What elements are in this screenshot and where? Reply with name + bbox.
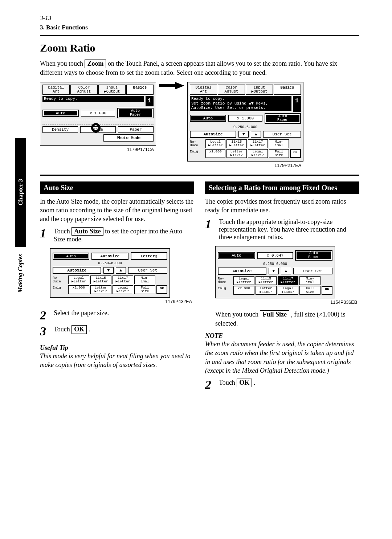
top-figures: Digital Art Color Adjust Input ▶Output B… (40, 82, 359, 173)
touch-panel-basics: Digital Art Color Adjust Input ▶Output B… (40, 82, 156, 146)
auto-paper-pill[interactable]: Auto Paper (117, 108, 154, 118)
auto-paper-pill[interactable]: Auto Paper (265, 113, 301, 124)
autosize-button[interactable]: AutoSize (53, 267, 101, 274)
zoom-display: x 1.000 (228, 115, 262, 122)
user-set-button[interactable]: User Set (128, 267, 167, 274)
reduce-chip[interactable]: Legal ▶Letter (68, 275, 89, 284)
zoom-down-button[interactable]: ▼ (238, 131, 249, 138)
reduce-label: Re- duce (190, 139, 204, 148)
ok-button[interactable]: OK (322, 286, 332, 295)
tab-input-output[interactable]: Input ▶Output (246, 85, 273, 95)
enlarge-chip[interactable]: Full Size (269, 149, 289, 158)
auto-pill[interactable]: Auto (190, 115, 226, 122)
fixed-ratio-text: The copier provides most frequently used… (205, 197, 359, 215)
zoom-range: 0.250–6.000 (53, 261, 167, 265)
intro-paragraph: When you touch Zoom on the Touch Panel, … (40, 59, 359, 77)
zoom-up-button[interactable]: ▲ (251, 131, 261, 138)
enlarge-label: Enlg. (218, 286, 232, 295)
enlarge-chip[interactable]: x2.000 (233, 286, 254, 295)
reduce-chip[interactable]: 11x17 ▶Letter (248, 139, 268, 148)
tab-color-adjust[interactable]: Color Adjust (70, 85, 98, 95)
zoom-button[interactable]: Zoom (80, 126, 116, 133)
arrow-icon (159, 82, 184, 89)
reduce-chip[interactable]: 11x15 ▶Letter (226, 139, 246, 148)
tab-input-output[interactable]: Input ▶Output (98, 85, 126, 95)
user-set-button[interactable]: User Set (293, 268, 332, 274)
figure-caption: 1179P217EA (187, 163, 301, 168)
note-text: When the document feeder is used, the co… (205, 340, 359, 375)
zoom-down-button[interactable]: ▼ (103, 267, 114, 274)
ok-button-ref: OK (72, 325, 87, 334)
figure-caption: 1179P171CA (40, 147, 154, 152)
auto-paper-pill[interactable]: Auto Paper (295, 250, 332, 261)
user-set-button[interactable]: User Set (263, 131, 301, 138)
step-number: 1 (205, 218, 214, 241)
enlarge-chip[interactable]: Legal ▶11x17 (278, 286, 299, 295)
enlarge-chip[interactable]: Legal ▶11x17 (113, 285, 134, 294)
tab-color-adjust[interactable]: Color Adjust (218, 85, 245, 95)
auto-size-button-ref: Auto Size (72, 227, 103, 236)
enlarge-chip[interactable]: x2.000 (68, 285, 89, 294)
tab-digital-art[interactable]: Digital Art (42, 85, 70, 95)
step-body: Touch the appropriate original-to-copy-s… (219, 218, 359, 241)
enlarge-chip[interactable]: Legal ▶11x17 (248, 149, 268, 158)
reduce-label: Re- duce (53, 275, 67, 284)
ok-button[interactable]: OK (290, 149, 301, 158)
enlarge-label: Enlg. (190, 149, 204, 158)
divider-rule (40, 175, 359, 176)
zoom-up-button[interactable]: ▲ (281, 268, 291, 274)
reduce-chip[interactable]: 11x17 ▶Letter (113, 275, 134, 284)
figure-caption: 1154P336EB (215, 300, 357, 305)
fixed-ratio-heading: Selecting a Ratio from among Fixed Ones (205, 181, 359, 194)
density-button[interactable]: Density (42, 126, 78, 133)
tab-digital-art[interactable]: Digital Art (190, 85, 217, 95)
reduce-chip[interactable]: Legal ▶Letter (205, 139, 225, 148)
autosize-panel: Auto AutoSize Letter▯ 0.250–6.000 AutoSi… (50, 248, 170, 298)
svg-marker-0 (159, 82, 184, 89)
enlarge-chip[interactable]: Letter ▶11x17 (256, 286, 277, 295)
autosize-button[interactable]: AutoSize (190, 131, 236, 138)
zoom-display: x 0.647 (257, 252, 293, 259)
photo-mode-button[interactable]: Photo Mode (103, 134, 154, 142)
full-size-button-ref: Full Size (260, 310, 289, 319)
ok-button[interactable]: OK (156, 285, 167, 294)
auto-pill[interactable]: Auto (218, 252, 255, 259)
step-body: Select the paper size. (54, 309, 194, 322)
copy-count: 1 (293, 96, 301, 112)
reduce-chip[interactable]: Legal ▶Letter (233, 276, 254, 285)
auto-size-section: Auto Size In the Auto Size mode, the cop… (40, 181, 194, 395)
enlarge-chip[interactable]: Full Size (299, 286, 320, 295)
tab-basics[interactable]: Basics (126, 85, 154, 95)
enlarge-chip[interactable]: Letter ▶11x17 (226, 149, 246, 158)
zoom-up-button[interactable]: ▲ (116, 267, 126, 274)
breadcrumb: 3. Basic Functions (40, 24, 359, 31)
header-rule (40, 35, 359, 36)
reduce-chip[interactable]: 11x15 ▶Letter (256, 276, 277, 285)
auto-pill[interactable]: Auto (42, 110, 79, 117)
reduce-chip[interactable]: Min- imal (269, 139, 289, 148)
autosize-display: AutoSize (91, 253, 128, 260)
paper-button[interactable]: Paper (118, 126, 154, 133)
enlarge-chip[interactable]: Full Size (134, 285, 155, 294)
section-side-label: Making Copies (17, 254, 24, 293)
reduce-chip-selected[interactable]: 11x17 ▶Letter (278, 276, 299, 285)
auto-pill[interactable]: Auto (53, 253, 89, 260)
step-body: Touch OK . (54, 325, 194, 338)
step-number: 1 (40, 227, 49, 244)
figure-caption: 1179P432EA (50, 299, 192, 304)
reduce-chip[interactable]: 11x15 ▶Letter (90, 275, 111, 284)
step-number: 3 (40, 325, 49, 338)
copy-count: 1 (146, 96, 154, 106)
enlarge-chip[interactable]: Letter ▶11x17 (90, 285, 111, 294)
auto-size-heading: Auto Size (40, 181, 194, 194)
reduce-chip[interactable]: Min- imal (134, 275, 155, 284)
autosize-button[interactable]: AutoSize (218, 268, 266, 275)
useful-tip-text: This mode is very helpful for neat filin… (40, 352, 194, 369)
zoom-down-button[interactable]: ▼ (269, 268, 279, 274)
step-body: Touch OK . (219, 379, 359, 391)
tab-basics[interactable]: Basics (274, 85, 301, 95)
full-size-note: When you touch Full Size , full size (×1… (215, 310, 359, 328)
enlarge-chip[interactable]: x2.000 (205, 149, 225, 158)
letter-tab[interactable]: Letter▯ (131, 252, 167, 260)
reduce-chip[interactable]: Min- imal (299, 276, 320, 285)
